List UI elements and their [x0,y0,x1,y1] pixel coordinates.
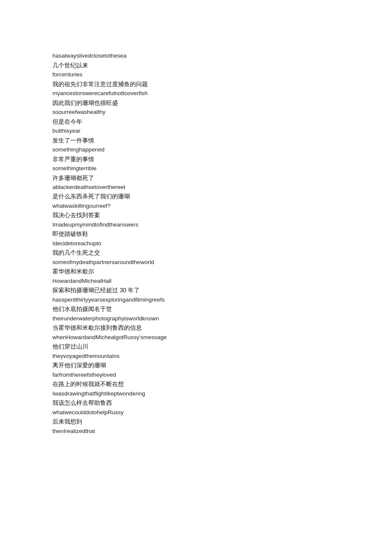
text-line-5: 因此我们的珊瑚也很旺盛 [52,98,392,108]
text-line-20: Idecidetoreachupto [52,239,392,248]
text-line-39: 后来我想到 [52,417,392,426]
text-line-16: whatwaskillingourreef? [52,201,392,211]
text-line-9: 发生了一件事情 [52,136,392,145]
text-line-36: IwasdrawingthatflightIkeptwondering [52,389,392,398]
text-line-3: 我的祖先们非常注意过度捕鱼的问题 [52,79,392,89]
text-line-31: 他们穿过山川 [52,342,392,351]
text-line-11: 非常严重的事情 [52,154,392,164]
text-line-7: 但是在今年 [52,117,392,126]
text-line-19: 即使踏破铁鞋 [52,229,392,238]
text-line-4: myancestorswerecarefulnottooverfish [52,89,392,98]
text-line-30: whenHowardandMichealgotRussy'smessage [52,333,392,342]
text-line-38: whatwecoulddotohelpRussy [52,408,392,417]
text-line-6: soourreefwashealthy [52,108,392,117]
text-line-17: 我决心去找到答案 [52,210,392,220]
text-line-0: hasalwayslivedclosetothesea [52,51,392,61]
text-line-24: HowardandMichealHall [52,276,392,286]
text-line-14: ablackerdeathsetoverthereet [52,183,392,192]
text-line-12: somethingterrible [52,164,392,173]
text-line-37: 我该怎么样去帮助鲁西 [52,398,392,407]
text-line-33: 离开他们深爱的珊瑚 [52,360,392,370]
text-line-32: theyvoyagedthemountains [52,352,392,361]
text-line-23: 霍华德和米歇尔 [52,267,392,276]
text-line-18: Imadeupmymindtofindtheanswers [52,220,392,230]
text-line-2: forcenturies [52,70,392,79]
text-line-35: 在路上的时候我就不断在想 [52,379,392,389]
text-line-27: 他们水底拍摄闻名于世 [52,304,392,314]
text-line-8: butthisyear [52,126,392,136]
text-line-40: thenIrealizedthat [52,427,392,436]
text-line-22: someofmydeathpartnersaroundtheworld [52,258,392,267]
text-line-1: 几个世纪以来 [52,61,392,70]
text-line-34: farfromthereefstheyloved [52,370,392,380]
text-line-13: 许多珊瑚都死了 [52,173,392,183]
text-line-21: 我的几个生死之交 [52,248,392,257]
text-line-25: 探索和拍摄珊瑚已经超过 30 年了 [52,285,392,295]
text-line-28: theirunderwaterphotographyisworldknown [52,314,392,323]
content-container: hasalwayslivedclosetothesea几个世纪以来forcent… [52,51,392,436]
text-line-29: 当霍华德和米歇尔接到鲁西的信息 [52,323,392,332]
text-line-26: hasspentthirtyyearsexploringandfilmingre… [52,295,392,305]
text-line-10: somethinghappened [52,145,392,154]
text-line-15: 是什么东西杀死了我们的珊瑚 [52,192,392,201]
